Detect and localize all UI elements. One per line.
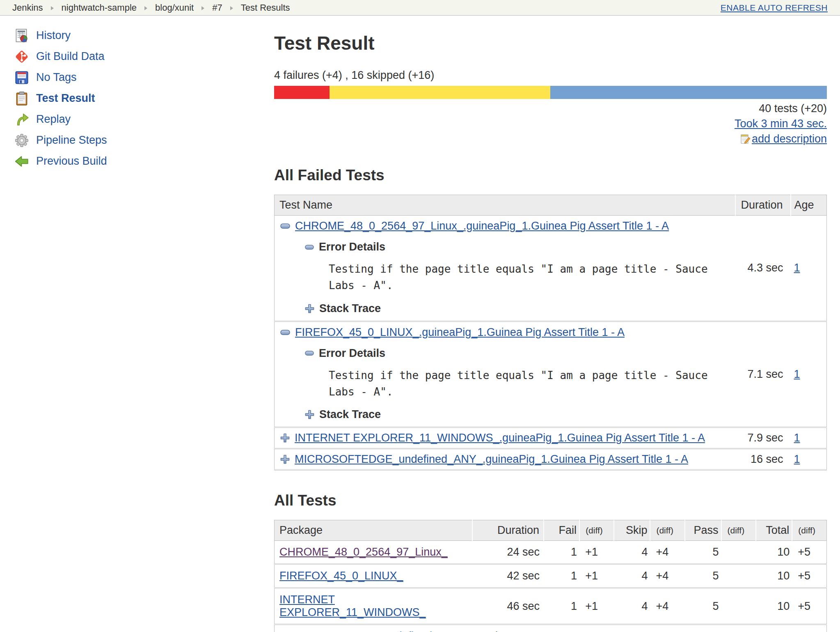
package-fail: 1 [544, 541, 579, 564]
sidebar-item-replay[interactable]: Replay [14, 112, 274, 127]
package-link[interactable]: MICROSOFTEDGE_undefined_ANY_ [279, 630, 467, 632]
result-bar-pass [550, 86, 827, 99]
failed-test-link[interactable]: MICROSOFTEDGE_undefined_ANY_.guineaPig_1… [295, 453, 688, 466]
package-link[interactable]: CHROME_48_0_2564_97_Linux_ [279, 546, 448, 558]
column-header-duration[interactable]: Duration [472, 520, 544, 541]
breadcrumb-item-test-results[interactable]: Test Results [241, 2, 290, 13]
package-pass: 5 [685, 564, 721, 588]
stack-trace-toggle[interactable]: Stack Trace [305, 302, 730, 315]
failed-tests-header-row: Test Name Duration Age [275, 195, 827, 216]
package-duration: 24 sec [472, 541, 544, 564]
expand-icon[interactable] [280, 455, 290, 464]
column-header-package[interactable]: Package [275, 520, 472, 541]
sidebar-item-label: Previous Build [36, 155, 107, 168]
sidebar-item-history[interactable]: History [14, 28, 274, 43]
collapse-icon[interactable] [305, 351, 314, 356]
failed-test-row: INTERNET EXPLORER_11_WINDOWS_.guineaPig_… [275, 427, 827, 449]
package-fail-diff: +1 [579, 564, 614, 588]
package-duration: 42 sec [472, 564, 544, 588]
breadcrumb-item-job[interactable]: nightwatch-sample [62, 2, 137, 13]
gear-icon [14, 133, 29, 148]
failed-test-duration: 7.9 sec [735, 427, 791, 449]
breadcrumb-separator-icon [50, 6, 54, 11]
expand-icon[interactable] [305, 410, 314, 419]
page-title: Test Result [274, 32, 827, 54]
sidebar-item-git-build-data[interactable]: Git Build Data [14, 49, 274, 64]
error-details-toggle[interactable]: Error Details [305, 347, 730, 360]
package-total-diff: +5 [792, 625, 826, 632]
package-fail: 1 [544, 588, 579, 625]
breadcrumb-separator-icon [144, 6, 148, 11]
result-bar-skip [330, 86, 551, 99]
all-tests-header-row: Package Duration Fail (diff) Skip (diff)… [275, 520, 827, 541]
replay-icon [14, 112, 29, 127]
failed-test-duration: 16 sec [735, 449, 791, 470]
column-header-pass[interactable]: Pass [685, 520, 721, 541]
sidebar-item-pipeline-steps[interactable]: Pipeline Steps [14, 133, 274, 148]
package-pass-diff [721, 625, 756, 632]
sidebar-item-test-result[interactable]: Test Result [14, 91, 274, 106]
package-pass-diff [721, 588, 756, 625]
stack-trace-label: Stack Trace [319, 408, 381, 421]
git-icon [14, 49, 29, 64]
package-fail: 1 [544, 564, 579, 588]
column-header-fail[interactable]: Fail [544, 520, 579, 541]
stack-trace-toggle[interactable]: Stack Trace [305, 408, 730, 421]
breadcrumb-item-branch[interactable]: blog/xunit [155, 2, 194, 13]
failed-test-duration: 7.1 sec [735, 321, 791, 427]
expand-icon[interactable] [280, 433, 290, 443]
failed-test-link[interactable]: INTERNET EXPLORER_11_WINDOWS_.guineaPig_… [295, 432, 705, 444]
package-skip: 4 [614, 588, 650, 625]
failed-test-row: CHROME_48_0_2564_97_Linux_.guineaPig_1.G… [275, 216, 827, 322]
sidebar-item-no-tags[interactable]: No Tags [14, 70, 274, 85]
collapse-icon[interactable] [280, 223, 290, 229]
add-description-link[interactable]: add description [752, 133, 827, 145]
column-header-duration[interactable]: Duration [735, 195, 791, 216]
error-details-label: Error Details [319, 241, 385, 253]
package-pass-diff [721, 541, 756, 564]
package-link[interactable]: FIREFOX_45_0_LINUX_ [279, 570, 403, 582]
sidebar-item-label: History [36, 29, 71, 42]
sidebar-item-label: Test Result [36, 92, 95, 105]
tests-total: 40 tests (+20) [274, 102, 827, 115]
package-fail-diff: +1 [579, 625, 614, 632]
column-header-test-name[interactable]: Test Name [275, 195, 735, 216]
package-pass: 5 [685, 541, 721, 564]
failed-test-age-link[interactable]: 1 [794, 432, 800, 444]
collapse-icon[interactable] [280, 330, 290, 335]
package-total: 10 [756, 541, 792, 564]
package-fail-diff: +1 [579, 541, 614, 564]
error-message: Testing if the page title equals "I am a… [329, 261, 730, 294]
sidebar-item-label: Replay [36, 113, 71, 126]
failed-test-age-link[interactable]: 1 [794, 262, 800, 274]
column-header-total[interactable]: Total [756, 520, 792, 541]
failed-test-title: FIREFOX_45_0_LINUX_.guineaPig_1.Guinea P… [280, 326, 730, 339]
package-link[interactable]: INTERNET EXPLORER_11_WINDOWS_ [279, 593, 426, 618]
collapse-icon[interactable] [305, 245, 314, 250]
failed-test-title: CHROME_48_0_2564_97_Linux_.guineaPig_1.G… [280, 220, 730, 232]
error-details-toggle[interactable]: Error Details [305, 241, 730, 253]
column-header-pass-diff: (diff) [721, 520, 756, 541]
failed-test-link[interactable]: FIREFOX_45_0_LINUX_.guineaPig_1.Guinea P… [295, 326, 625, 339]
main-content: Test Result 4 failures (+4) , 16 skipped… [274, 16, 827, 632]
failed-test-title: MICROSOFTEDGE_undefined_ANY_.guineaPig_1… [280, 453, 730, 466]
failed-test-link[interactable]: CHROME_48_0_2564_97_Linux_.guineaPig_1.G… [295, 220, 669, 232]
took-duration-link[interactable]: Took 3 min 43 sec. [735, 117, 827, 130]
package-pass: 5 [685, 625, 721, 632]
all-tests-table: Package Duration Fail (diff) Skip (diff)… [274, 520, 827, 632]
test-result-bar [274, 86, 827, 99]
breadcrumb-item-build[interactable]: #7 [212, 2, 222, 13]
error-message: Testing if the page title equals "I am a… [329, 367, 730, 400]
breadcrumb-item-jenkins[interactable]: Jenkins [12, 2, 43, 13]
column-header-fail-diff: (diff) [579, 520, 614, 541]
column-header-skip[interactable]: Skip [614, 520, 650, 541]
package-total-diff: +5 [792, 588, 826, 625]
column-header-age[interactable]: Age [791, 195, 827, 216]
failed-test-age-link[interactable]: 1 [794, 368, 800, 380]
failed-test-age-link[interactable]: 1 [794, 453, 800, 465]
stack-trace-label: Stack Trace [319, 302, 381, 315]
sidebar-item-previous-build[interactable]: Previous Build [14, 154, 274, 169]
package-row: FIREFOX_45_0_LINUX_ 42 sec 1 +1 4 +4 5 1… [275, 564, 827, 588]
expand-icon[interactable] [305, 304, 314, 313]
enable-auto-refresh-link[interactable]: ENABLE AUTO REFRESH [721, 3, 828, 13]
